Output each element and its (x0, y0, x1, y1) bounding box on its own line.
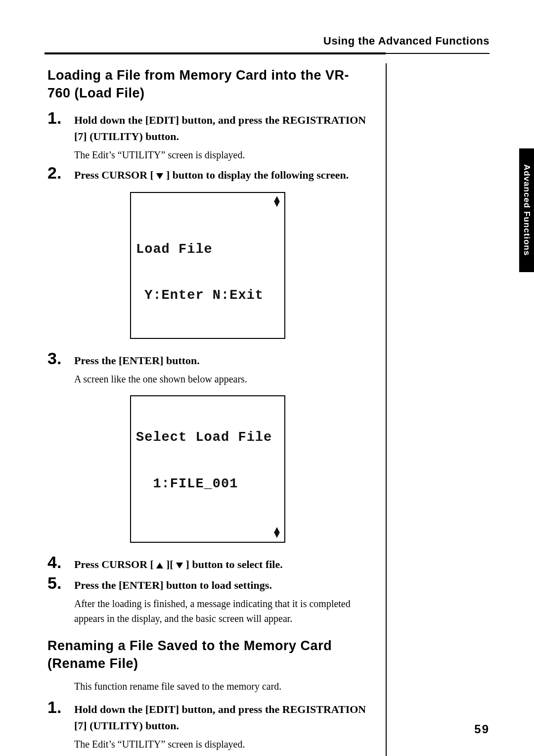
step-number: 1. (44, 108, 74, 128)
step-number: 3. (44, 349, 74, 368)
step: 1. Hold down the [EDIT] button, and pres… (44, 108, 371, 162)
step-instruction: Press the [ENTER] button to load setting… (74, 577, 371, 593)
lcd-line: Select Load File (136, 430, 279, 445)
lcd-screen: Select Load File 1:FILE_001 ▲▼ (44, 395, 371, 542)
step-number: 2. (44, 753, 74, 756)
lcd-line: Y:Enter N:Exit (136, 288, 279, 303)
step: 5. Press the [ENTER] button to load sett… (44, 573, 371, 626)
section-title-rename-file: Renaming a File Saved to the Memory Card… (47, 637, 371, 673)
step: 3. Press the [ENTER] button. A screen li… (44, 349, 371, 386)
step-instruction: Press CURSOR [ ] button to display the f… (74, 167, 371, 183)
down-triangle-icon (156, 173, 163, 179)
lcd-line: Load File (136, 242, 279, 257)
step: 2. Press CURSOR [ ] button to display th… (44, 753, 371, 756)
step-instruction: Press CURSOR [ ][ ] button to select fil… (74, 556, 371, 572)
step: 1. Hold down the [EDIT] button, and pres… (44, 698, 371, 752)
main-column: Loading a File from Memory Card into the… (44, 63, 386, 756)
down-triangle-icon (176, 563, 183, 568)
header-rule (44, 52, 490, 54)
step-number: 5. (44, 573, 74, 593)
step-number: 2. (44, 163, 74, 183)
side-column (387, 63, 490, 756)
columns: Loading a File from Memory Card into the… (44, 63, 490, 756)
updown-arrow-icon: ▲▼ (274, 197, 280, 207)
running-head: Using the Advanced Functions (44, 35, 490, 52)
step-note: A screen like the one shown below appear… (74, 372, 371, 386)
updown-arrow-icon: ▲▼ (274, 528, 280, 538)
step-instruction: Hold down the [EDIT] button, and press t… (74, 112, 371, 144)
up-triangle-icon (156, 563, 163, 568)
step-note: After the loading is finished, a message… (74, 596, 371, 626)
lcd-line: 1:FILE_001 (136, 476, 279, 492)
section-intro: This function rename file saved to the m… (74, 679, 371, 694)
page: Using the Advanced Functions Loading a F… (0, 0, 534, 756)
lcd-screen: ▲▼ Load File Y:Enter N:Exit (44, 192, 371, 339)
step: 2. Press CURSOR [ ] button to display th… (44, 163, 371, 183)
step: 4. Press CURSOR [ ][ ] button to select … (44, 553, 371, 572)
chapter-tab: Advanced Functions (519, 148, 534, 272)
section-title-load-file: Loading a File from Memory Card into the… (47, 66, 371, 102)
step-number: 4. (44, 553, 74, 572)
step-note: The Edit’s “UTILITY” screen is displayed… (74, 737, 371, 752)
step-number: 1. (44, 698, 74, 717)
step-instruction: Press the [ENTER] button. (74, 352, 371, 369)
step-instruction: Hold down the [EDIT] button, and press t… (74, 701, 371, 734)
page-number: 59 (474, 722, 490, 736)
step-note: The Edit’s “UTILITY” screen is displayed… (74, 147, 371, 162)
chapter-tab-label: Advanced Functions (522, 164, 532, 256)
